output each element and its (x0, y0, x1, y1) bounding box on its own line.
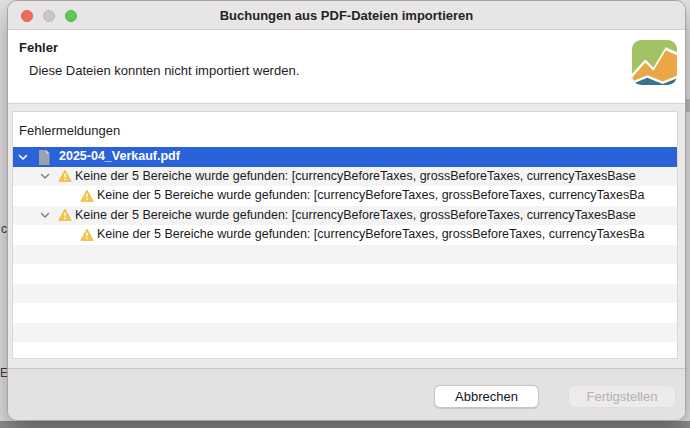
tree-row-warning[interactable]: Keine der 5 Bereiche wurde gefunden: [cu… (13, 225, 677, 245)
error-header-message: Diese Dateien konnten nicht importiert w… (29, 63, 299, 78)
tree-empty-row (13, 264, 677, 284)
tree-row-label: Keine der 5 Bereiche wurde gefunden: [cu… (75, 206, 636, 226)
tree-empty-row (13, 245, 677, 265)
tree-row-label: Keine der 5 Bereiche wurde gefunden: [cu… (75, 167, 636, 187)
chevron-down-icon[interactable] (18, 154, 28, 161)
chevron-down-icon[interactable] (40, 212, 50, 219)
import-errors-dialog: Buchungen aus PDF-Dateien importieren Fe… (7, 0, 686, 421)
tree-row-warning[interactable]: Keine der 5 Bereiche wurde gefunden: [cu… (13, 167, 677, 187)
error-messages-label: Fehlermeldungen (19, 123, 120, 138)
cancel-button[interactable]: Abbrechen (434, 385, 539, 408)
button-bar: Abbrechen Fertigstellen (8, 368, 685, 421)
tree-empty-row (13, 303, 677, 323)
error-tree[interactable]: 2025-04_Verkauf.pdf Keine der 5 Bereiche… (13, 147, 677, 358)
finish-button: Fertigstellen (568, 385, 676, 408)
minimize-window-button (43, 10, 55, 22)
error-header: Fehler Diese Dateien konnten nicht impor… (8, 30, 685, 104)
file-icon (38, 150, 50, 165)
warning-icon (80, 228, 94, 242)
warning-icon (80, 189, 94, 203)
warning-icon (58, 208, 72, 222)
warning-icon (58, 169, 72, 183)
chevron-down-icon[interactable] (40, 173, 50, 180)
close-window-button[interactable] (21, 10, 33, 22)
tree-row-warning[interactable]: Keine der 5 Bereiche wurde gefunden: [cu… (13, 206, 677, 226)
window-title: Buchungen aus PDF-Dateien importieren (8, 1, 685, 30)
zoom-window-button[interactable] (65, 10, 77, 22)
titlebar[interactable]: Buchungen aus PDF-Dateien importieren (8, 1, 685, 30)
tree-empty-row (13, 323, 677, 343)
error-messages-panel: Fehlermeldungen 2025-04_Verkauf.pdf (12, 111, 678, 359)
tree-row-label: 2025-04_Verkauf.pdf (59, 147, 180, 167)
error-header-title: Fehler (19, 40, 58, 55)
tree-row-warning[interactable]: Keine der 5 Bereiche wurde gefunden: [cu… (13, 186, 677, 206)
tree-row-label: Keine der 5 Bereiche wurde gefunden: [cu… (97, 225, 645, 245)
background-patch (686, 99, 690, 112)
tree-row-file[interactable]: 2025-04_Verkauf.pdf (13, 147, 677, 167)
tree-empty-row (13, 342, 677, 359)
tree-empty-row (13, 284, 677, 304)
background-strip (0, 421, 690, 428)
portfolio-performance-chart-icon (632, 40, 677, 85)
tree-row-label: Keine der 5 Bereiche wurde gefunden: [cu… (97, 186, 645, 206)
